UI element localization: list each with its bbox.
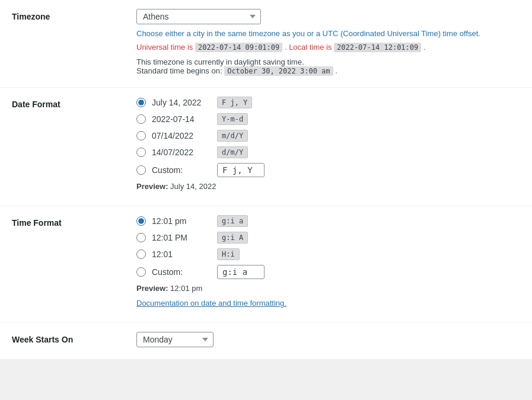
date-format-option-1-label[interactable]: July 14, 2022: [152, 98, 211, 107]
time-format-row: Time Format 12:01 pm g:i a 12:01 PM g:i …: [0, 206, 532, 323]
local-time-value: 2022-07-14 12:01:09: [334, 43, 421, 52]
time-format-radio-custom[interactable]: [136, 267, 146, 277]
date-format-option-2: 2022-07-14 Y-m-d: [136, 113, 520, 125]
time-format-label: Time Format: [0, 206, 130, 323]
date-format-preview-value-text: July 14, 2022: [170, 182, 216, 191]
date-format-row: Date Format July 14, 2022 F j, Y 2022-07…: [0, 88, 532, 206]
date-format-option-3-label[interactable]: 07/14/2022: [152, 131, 211, 140]
timezone-select[interactable]: Athens: [136, 9, 261, 24]
time-format-custom: Custom: g:i a: [136, 265, 520, 279]
date-format-option-4-code: d/m/Y: [217, 146, 248, 158]
standard-time-period: .: [335, 66, 337, 75]
date-format-radio-2[interactable]: [136, 114, 146, 124]
time-format-radio-3[interactable]: [136, 249, 146, 259]
week-starts-on-content: Monday Sunday Tuesday Wednesday Thursday…: [130, 323, 532, 360]
date-format-option-3: 07/14/2022 m/d/Y: [136, 130, 520, 142]
date-format-option-4-label[interactable]: 14/07/2022: [152, 148, 211, 157]
date-format-option-1: July 14, 2022 F j, Y: [136, 97, 520, 108]
date-format-label: Date Format: [0, 88, 130, 206]
date-format-custom: Custom: F j, Y: [136, 163, 520, 177]
period: .: [423, 43, 426, 52]
week-starts-on-row: Week Starts On Monday Sunday Tuesday Wed…: [0, 323, 532, 360]
date-format-radio-1[interactable]: [136, 98, 146, 107]
date-format-preview: Preview: July 14, 2022: [136, 182, 520, 191]
time-format-option-3: 12:01 H:i: [136, 248, 520, 260]
time-format-radio-1[interactable]: [136, 216, 146, 226]
universal-time-value: 2022-07-14 09:01:09: [195, 43, 282, 52]
time-format-preview-value: 12:01 pm: [170, 284, 202, 293]
standard-time-info: Standard time begins on: October 30, 202…: [136, 66, 520, 75]
date-format-content: July 14, 2022 F j, Y 2022-07-14 Y-m-d 07…: [130, 88, 532, 206]
timezone-label: Timezone: [0, 0, 130, 88]
timezone-helper-text: Choose either a city in the same timezon…: [136, 29, 520, 38]
time-format-content: 12:01 pm g:i a 12:01 PM g:i A 12:01 H:i: [130, 206, 532, 323]
time-format-radio-2[interactable]: [136, 233, 146, 242]
timezone-dst: This timezone is currently in daylight s…: [136, 57, 520, 75]
date-format-radio-4[interactable]: [136, 148, 146, 157]
date-format-preview-label: Preview:: [136, 182, 168, 191]
time-format-option-2-code: g:i A: [217, 232, 248, 244]
time-format-custom-input[interactable]: g:i a: [217, 265, 265, 279]
date-format-radio-custom[interactable]: [136, 165, 146, 175]
date-format-option-3-code: m/d/Y: [217, 130, 248, 142]
date-format-radio-3[interactable]: [136, 131, 146, 140]
doc-link[interactable]: Documentation on date and time formattin…: [136, 299, 286, 308]
time-format-option-1-label[interactable]: 12:01 pm: [152, 216, 211, 226]
date-format-custom-label[interactable]: Custom:: [152, 165, 211, 175]
time-format-preview: Preview: 12:01 pm: [136, 284, 520, 293]
timezone-row: Timezone Athens Choose either a city in …: [0, 0, 532, 88]
time-format-option-2-label[interactable]: 12:01 PM: [152, 233, 211, 242]
date-format-option-2-code: Y-m-d: [217, 113, 248, 125]
time-format-custom-label[interactable]: Custom:: [152, 267, 211, 277]
time-format-option-1: 12:01 pm g:i a: [136, 215, 520, 227]
local-time-label: Local time is: [289, 43, 332, 52]
time-format-option-1-code: g:i a: [217, 215, 248, 227]
standard-time-value: October 30, 2022 3:00 am: [224, 66, 333, 76]
week-starts-on-select[interactable]: Monday Sunday Tuesday Wednesday Thursday…: [136, 332, 214, 347]
timezone-info: Universal time is 2022-07-14 09:01:09 . …: [136, 43, 520, 52]
timezone-content: Athens Choose either a city in the same …: [130, 0, 532, 88]
date-format-option-2-label[interactable]: 2022-07-14: [152, 114, 211, 124]
time-format-option-3-code: H:i: [217, 248, 240, 260]
date-format-option-4: 14/07/2022 d/m/Y: [136, 146, 520, 158]
date-format-custom-input[interactable]: F j, Y: [217, 163, 265, 177]
week-starts-on-label: Week Starts On: [0, 323, 130, 360]
time-format-option-3-label[interactable]: 12:01: [152, 249, 211, 259]
time-format-option-2: 12:01 PM g:i A: [136, 232, 520, 244]
dst-message: This timezone is currently in daylight s…: [136, 57, 520, 66]
time-format-preview-label: Preview:: [136, 284, 168, 293]
universal-time-label: Universal time is: [136, 43, 193, 52]
standard-time-label: Standard time begins on:: [136, 66, 222, 75]
date-format-option-1-code: F j, Y: [217, 97, 252, 108]
